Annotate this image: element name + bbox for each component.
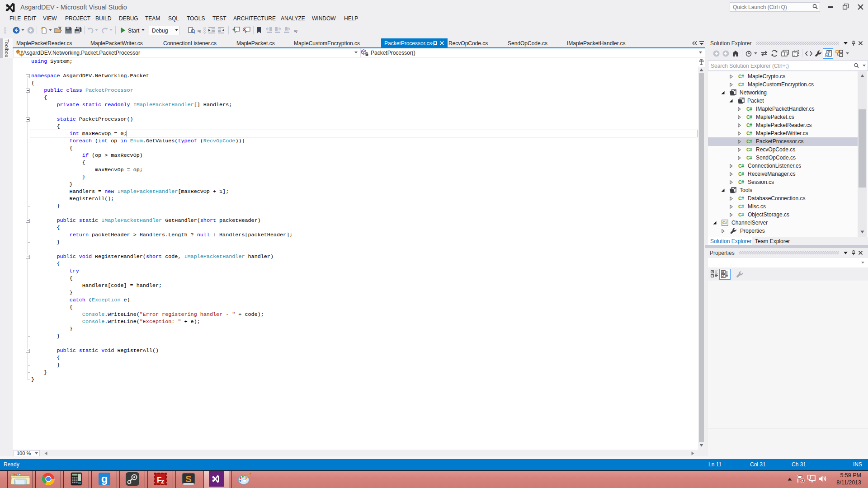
svg-text:A: A — [722, 270, 724, 273]
svg-text:g: g — [101, 473, 108, 485]
svg-text:S: S — [185, 474, 191, 484]
svg-text:Z: Z — [722, 274, 724, 277]
svg-text:z: z — [161, 477, 165, 485]
